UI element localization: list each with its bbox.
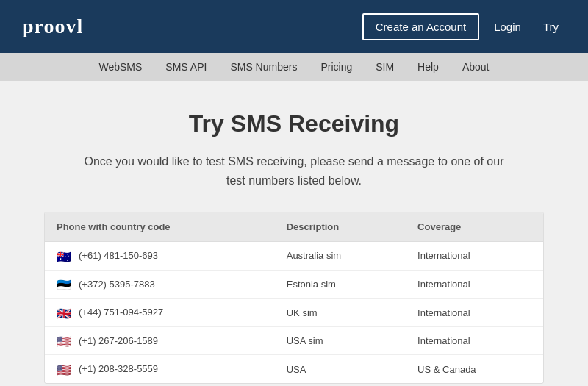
logo: proovl — [22, 15, 83, 38]
phone-cell: 🇬🇧(+44) 751-094-5927 — [45, 299, 275, 327]
nav-item-about[interactable]: About — [451, 53, 501, 81]
nav-item-sim[interactable]: SIM — [364, 53, 406, 81]
phone-number: (+1) 267-206-1589 — [79, 335, 158, 346]
col-header-phone: Phone with country code — [45, 212, 275, 242]
phone-number: (+44) 751-094-5927 — [79, 307, 163, 318]
table-row: 🇦🇺(+61) 481-150-693Australia simInternat… — [45, 242, 543, 271]
header: proovl Create an Account Login Try — [0, 0, 588, 53]
phone-cell: 🇺🇸(+1) 208-328-5559 — [45, 355, 275, 383]
phone-number: (+1) 208-328-5559 — [79, 363, 158, 374]
coverage-cell: International — [406, 326, 543, 355]
page-title: Try SMS Receiving — [44, 110, 544, 137]
description-cell: UK sim — [275, 299, 406, 327]
flag-icon: 🇪🇪 — [57, 279, 73, 290]
description-cell: USA sim — [275, 326, 406, 355]
phone-numbers-table-container: Phone with country code Description Cove… — [44, 212, 544, 384]
main-content: Try SMS Receiving Once you would like to… — [0, 81, 588, 386]
header-nav: Create an Account Login Try — [362, 13, 566, 40]
nav-item-websms[interactable]: WebSMS — [87, 53, 154, 81]
phone-cell: 🇦🇺(+61) 481-150-693 — [45, 242, 275, 271]
try-button[interactable]: Try — [536, 15, 566, 39]
phone-cell: 🇪🇪(+372) 5395-7883 — [45, 270, 275, 299]
table-row: 🇬🇧(+44) 751-094-5927UK simInternational — [45, 299, 543, 327]
flag-icon: 🇬🇧 — [57, 308, 73, 318]
coverage-cell: International — [406, 299, 543, 327]
table-row: 🇺🇸(+1) 267-206-1589USA simInternational — [45, 326, 543, 355]
nav-item-help[interactable]: Help — [406, 53, 451, 81]
flag-icon: 🇦🇺 — [57, 251, 73, 262]
description-cell: Australia sim — [275, 242, 406, 271]
login-button[interactable]: Login — [487, 15, 528, 39]
nav-bar: WebSMS SMS API SMS Numbers Pricing SIM H… — [0, 53, 588, 81]
nav-item-sms-api[interactable]: SMS API — [154, 53, 218, 81]
coverage-cell: International — [406, 242, 543, 271]
create-account-button[interactable]: Create an Account — [362, 13, 479, 40]
col-header-coverage: Coverage — [406, 212, 543, 242]
description-cell: USA — [275, 355, 406, 383]
phone-numbers-table: Phone with country code Description Cove… — [45, 212, 543, 383]
nav-item-pricing[interactable]: Pricing — [309, 53, 364, 81]
nav-item-sms-numbers[interactable]: SMS Numbers — [218, 53, 309, 81]
coverage-cell: US & Canada — [406, 355, 543, 383]
coverage-cell: International — [406, 270, 543, 299]
col-header-description: Description — [275, 212, 406, 242]
phone-number: (+372) 5395-7883 — [79, 279, 155, 290]
flag-icon: 🇺🇸 — [57, 365, 73, 375]
table-row: 🇺🇸(+1) 208-328-5559USAUS & Canada — [45, 355, 543, 383]
phone-cell: 🇺🇸(+1) 267-206-1589 — [45, 326, 275, 355]
description-cell: Estonia sim — [275, 270, 406, 299]
table-row: 🇪🇪(+372) 5395-7883Estonia simInternation… — [45, 270, 543, 299]
flag-icon: 🇺🇸 — [57, 336, 73, 346]
phone-number: (+61) 481-150-693 — [79, 250, 158, 261]
page-subtitle: Once you would like to test SMS receivin… — [81, 152, 507, 190]
